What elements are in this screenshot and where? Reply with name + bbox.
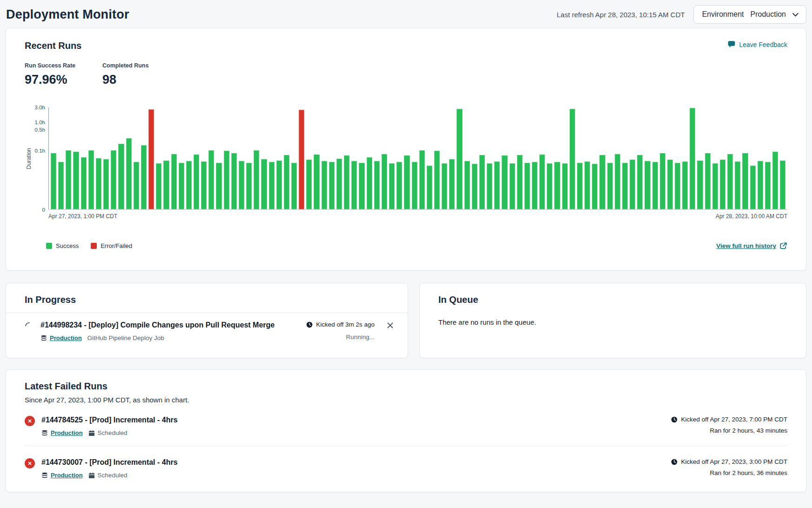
run-bar-success[interactable] [599,155,605,209]
run-bar-success[interactable] [58,162,64,209]
run-bar-success[interactable] [539,154,545,209]
run-bar-success[interactable] [306,160,312,209]
run-bar-success[interactable] [216,163,221,209]
run-bar-success[interactable] [367,157,372,209]
run-bar-success[interactable] [644,161,650,209]
run-bar-success[interactable] [261,159,267,209]
run-bar-success[interactable] [577,163,583,209]
environment-link[interactable]: Production [50,334,82,341]
run-bar-success[interactable] [735,161,740,209]
run-bar-success[interactable] [607,163,613,209]
run-bar-success[interactable] [449,159,455,209]
run-bar-failed[interactable] [299,110,304,209]
run-bar-success[interactable] [141,145,147,209]
environment-link[interactable]: Production [51,429,83,436]
run-bar-success[interactable] [464,161,470,209]
run-bar-success[interactable] [742,153,748,209]
run-bar-success[interactable] [487,163,492,209]
run-bar-success[interactable] [163,160,169,209]
run-bar-success[interactable] [442,163,447,209]
run-bar-success[interactable] [780,160,785,209]
environment-link[interactable]: Production [51,472,83,479]
run-bar-success[interactable] [660,153,665,209]
run-bar-success[interactable] [329,162,335,209]
run-bar-success[interactable] [524,163,530,209]
run-bar-success[interactable] [171,154,177,209]
run-bar-success[interactable] [630,160,635,209]
run-bar-success[interactable] [284,155,289,209]
run-bar-success[interactable] [389,163,395,209]
run-bar-success[interactable] [419,150,425,209]
run-bar-success[interactable] [336,159,342,209]
run-bar-success[interactable] [667,160,673,209]
run-bar-success[interactable] [772,152,778,210]
run-bar-success[interactable] [374,161,380,209]
run-bar-success[interactable] [510,163,515,209]
run-bar-success[interactable] [118,144,124,209]
run-bar-success[interactable] [554,162,560,209]
run-bar-success[interactable] [73,152,79,210]
run-bar-success[interactable] [532,162,537,209]
run-bar-success[interactable] [224,151,229,209]
run-bar-success[interactable] [479,155,485,209]
run-bar-success[interactable] [472,164,477,209]
run-bar-success[interactable] [682,161,688,209]
run-bar-success[interactable] [194,154,199,209]
run-bar-success[interactable] [412,162,417,209]
run-bar-success[interactable] [675,163,680,209]
run-bar-success[interactable] [179,163,184,209]
run-bar-success[interactable] [231,153,237,209]
run-bar-success[interactable] [382,154,387,209]
run-bar-success[interactable] [427,166,432,209]
run-bar-success[interactable] [51,153,56,209]
environment-dropdown[interactable]: Environment Production [693,5,806,24]
run-bar-success[interactable] [727,154,733,209]
run-bar-success[interactable] [592,164,597,209]
run-bar-success[interactable] [96,158,101,210]
run-bar-success[interactable] [111,150,116,209]
run-bar-success[interactable] [254,150,259,209]
run-bar-success[interactable] [690,108,695,210]
run-bar-success[interactable] [81,157,87,209]
run-bar-success[interactable] [697,160,703,209]
run-bar-success[interactable] [156,163,161,209]
run-bar-success[interactable] [750,166,756,209]
run-bar-success[interactable] [562,163,568,209]
run-bar-success[interactable] [276,160,282,209]
run-bar-success[interactable] [359,163,364,209]
run-bar-success[interactable] [434,151,440,209]
run-bar-success[interactable] [705,153,711,209]
run-bar-success[interactable] [547,163,552,209]
run-bar-success[interactable] [758,161,763,209]
run-bar-success[interactable] [246,163,252,209]
run-bar-success[interactable] [720,160,725,209]
run-bar-success[interactable] [186,161,192,209]
run-bar-success[interactable] [517,155,523,209]
run-bar-success[interactable] [322,161,327,209]
run-bar-success[interactable] [88,150,94,209]
run-bar-success[interactable] [570,109,575,209]
run-bar-success[interactable] [269,162,275,209]
run-bar-success[interactable] [456,109,462,209]
run-bar-success[interactable] [134,162,139,209]
run-bar-success[interactable] [208,150,214,209]
run-bar-success[interactable] [66,150,71,209]
run-bar-success[interactable] [291,163,297,209]
run-bar-success[interactable] [502,155,507,209]
run-bar-success[interactable] [201,161,207,209]
run-bar-success[interactable] [494,161,500,209]
run-bar-success[interactable] [712,163,718,209]
run-bar-success[interactable] [765,162,771,209]
leave-feedback-link[interactable]: Leave Feedback [727,40,787,49]
run-bar-success[interactable] [239,161,244,209]
run-bar-success[interactable] [103,159,109,209]
run-bar-success[interactable] [404,155,409,209]
run-bar-success[interactable] [637,155,643,209]
run-bar-success[interactable] [126,138,132,209]
run-bar-failed[interactable] [148,109,154,209]
run-bar-success[interactable] [344,155,349,209]
run-bar-success[interactable] [351,161,357,209]
run-bar-success[interactable] [652,162,658,209]
close-icon[interactable] [387,321,394,329]
run-bar-success[interactable] [615,154,620,209]
